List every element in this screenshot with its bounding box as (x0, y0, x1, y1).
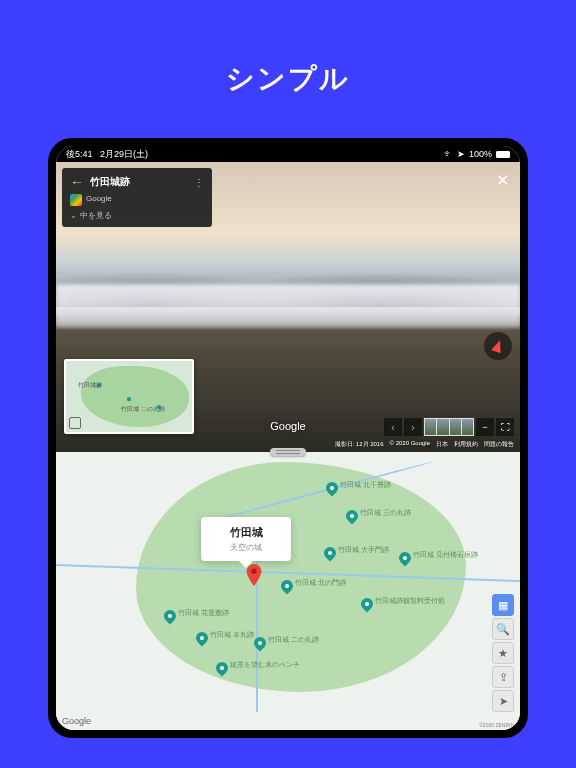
location-icon: ➤ (457, 149, 465, 159)
minimap-label: 竹田城跡 (78, 381, 102, 390)
status-bar: 後5:41 2月29日(土) ᯤ ➤ 100% (56, 146, 520, 162)
map-toolbar: ▦ 🔍 ★ ⇪ ➤ (492, 594, 514, 712)
tablet-frame: 後5:41 2月29日(土) ᯤ ➤ 100% ← 竹田城跡 ⋮ (48, 138, 528, 738)
fullscreen-icon[interactable] (69, 417, 81, 429)
battery-icon (496, 151, 510, 158)
close-button[interactable]: ✕ (492, 170, 512, 190)
poi-label: 竹田城 北の門跡 (295, 578, 346, 588)
google-logo: Google (62, 716, 91, 726)
poi-label: 竹田城 三の丸跡 (360, 508, 411, 518)
status-date: 2月29日(土) (100, 149, 148, 159)
place-callout[interactable]: 竹田城 天空の城 (201, 517, 291, 561)
drag-handle[interactable] (270, 448, 306, 456)
place-title: 竹田城跡 (90, 175, 188, 189)
expand-row[interactable]: ⌄ 中を見る (70, 210, 204, 221)
poi-label: 竹田城跡観覧料受付処 (375, 596, 445, 606)
google-logo: Google (270, 420, 305, 432)
callout-title: 竹田城 (215, 525, 277, 540)
source-label: Google (86, 194, 112, 206)
landscape-clouds (56, 284, 520, 328)
locate-button[interactable]: ➤ (492, 690, 514, 712)
prev-button[interactable]: ‹ (384, 418, 402, 436)
google-icon (70, 194, 82, 206)
streetview-info-panel: ← 竹田城跡 ⋮ Google ⌄ 中を見る (62, 168, 212, 227)
wifi-icon: ᯤ (444, 149, 453, 159)
layers-button[interactable]: ▦ (492, 594, 514, 616)
poi-label: 竹田城 二の丸跡 (268, 635, 319, 645)
zoom-out-icon[interactable]: − (476, 418, 494, 436)
compass-icon[interactable] (484, 332, 512, 360)
kebab-icon[interactable]: ⋮ (194, 177, 204, 188)
streetview-controls: ‹ › − ⛶ (384, 418, 514, 436)
poi-label: 竹田城 本丸跡 (210, 630, 254, 640)
map-pane[interactable]: 竹田城 北千畳跡 竹田城 三の丸跡 竹田城 大手門跡 竹田城 見付櫓石垣跡 竹田… (56, 452, 520, 730)
poi-label: 竹田城 大手門跡 (338, 545, 389, 555)
report-link[interactable]: 問題の報告 (484, 440, 514, 449)
thumbnail-strip[interactable] (424, 418, 474, 436)
minimap[interactable]: ● ● ● 竹田城跡 竹田城 二の丸跡 (64, 359, 194, 434)
share-button[interactable]: ⇪ (492, 666, 514, 688)
selected-marker-icon[interactable] (246, 564, 262, 586)
attribution: 撮影日: 12月 2016 © 2020 Google 日本 利用規約 問題の報… (335, 440, 514, 449)
fullscreen-icon[interactable]: ⛶ (496, 418, 514, 436)
capture-date: 撮影日: 12月 2016 (335, 440, 384, 449)
map-copyright: ©2020 ZENRIN (479, 722, 514, 728)
next-button[interactable]: › (404, 418, 422, 436)
poi-label: 竹田城 花屋敷跡 (178, 608, 229, 618)
chevron-down-icon: ⌄ (70, 211, 77, 220)
battery-percent: 100% (469, 149, 492, 159)
screen: 後5:41 2月29日(土) ᯤ ➤ 100% ← 竹田城跡 ⋮ (56, 146, 520, 730)
country: 日本 (436, 440, 448, 449)
copyright: © 2020 Google (390, 440, 430, 449)
poi-label: 竹田城 北千畳跡 (340, 480, 391, 490)
status-time: 後5:41 (66, 149, 93, 159)
back-icon[interactable]: ← (70, 174, 84, 190)
minimap-label: 竹田城 二の丸跡 (121, 405, 165, 414)
expand-label: 中を見る (80, 210, 112, 221)
hero-title: シンプル (0, 0, 576, 138)
poi-label: 絶景を望む木のベンチ (230, 660, 300, 670)
svg-point-0 (251, 569, 257, 575)
poi-label: 竹田城 見付櫓石垣跡 (413, 550, 478, 560)
minimap-pin: ● (126, 393, 132, 404)
streetview-pane[interactable]: ← 竹田城跡 ⋮ Google ⌄ 中を見る ✕ ● ● ● (56, 162, 520, 452)
terms-link[interactable]: 利用規約 (454, 440, 478, 449)
callout-subtitle: 天空の城 (215, 542, 277, 553)
favorite-button[interactable]: ★ (492, 642, 514, 664)
search-button[interactable]: 🔍 (492, 618, 514, 640)
